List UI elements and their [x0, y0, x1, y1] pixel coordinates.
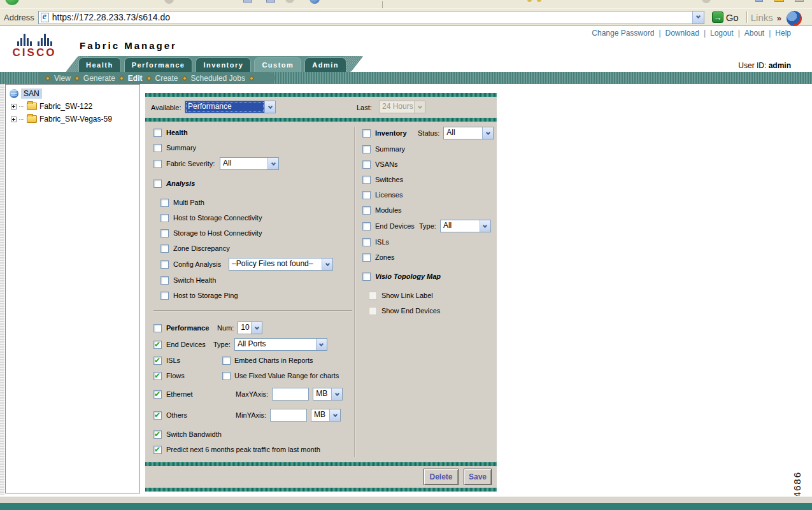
max-y-axis-unit-select[interactable]: MB: [313, 388, 343, 400]
tree-node-fabric-sw-122[interactable]: Fabric_SW-122: [10, 100, 139, 113]
save-button[interactable]: Save: [464, 469, 492, 485]
tree-node-fabric-sw-vegas-59[interactable]: Fabric_SW-Vegas-59: [10, 113, 139, 125]
navigation-tree: SAN Fabric_SW-122 Fabric_SW-Vegas-59: [5, 84, 140, 493]
logout-link[interactable]: Logout: [710, 29, 734, 38]
switch-bandwidth-row: Switch Bandwidth: [153, 428, 222, 441]
max-y-axis-input[interactable]: [272, 388, 309, 400]
tree-root-san[interactable]: SAN: [10, 87, 139, 100]
storage-to-host-label: Storage to Host Connectivity: [173, 229, 262, 237]
switch-health-checkbox[interactable]: [160, 276, 169, 285]
tree-node-label[interactable]: Fabric_SW-122: [39, 102, 92, 111]
address-input[interactable]: https://172.28.233.73/s614.do: [38, 11, 704, 24]
switches-checkbox[interactable]: [362, 176, 371, 184]
inv-end-devices-checkbox[interactable]: [362, 222, 371, 230]
modules-checkbox[interactable]: [362, 206, 371, 215]
available-row: Available: Performance Last: 24 Hours: [145, 97, 497, 118]
config-analysis-checkbox[interactable]: [160, 260, 169, 269]
tab-custom[interactable]: Custom: [254, 57, 301, 72]
health-checkbox[interactable]: [153, 129, 162, 137]
go-button[interactable]: Go: [712, 11, 739, 23]
flows-checkbox[interactable]: [153, 372, 162, 380]
history-button-icon[interactable]: [310, 0, 320, 4]
tab-health[interactable]: Health: [78, 57, 121, 72]
inv-end-devices-type-select[interactable]: All: [440, 220, 491, 232]
address-dropdown-button[interactable]: [692, 11, 704, 24]
fabric-severity-checkbox[interactable]: [153, 160, 162, 168]
search-button-icon[interactable]: [266, 0, 275, 3]
min-y-axis-input[interactable]: [270, 409, 307, 421]
menu-item-scheduled-jobs[interactable]: Scheduled Jobs: [191, 74, 245, 83]
available-select-value: Performance: [185, 101, 264, 113]
help-link[interactable]: Help: [775, 29, 791, 38]
diamond-icon: [75, 75, 80, 80]
menu-item-view[interactable]: View: [54, 74, 71, 83]
fixed-range-checkbox[interactable]: [222, 372, 231, 380]
fullscreen-button-icon[interactable]: [795, 0, 804, 2]
print-button-icon[interactable]: [537, 0, 541, 2]
summary-checkbox[interactable]: [153, 144, 162, 152]
licenses-checkbox[interactable]: [362, 191, 371, 199]
embed-charts-checkbox[interactable]: [222, 357, 231, 365]
stop-button-icon[interactable]: [164, 0, 174, 4]
menu-item-generate[interactable]: Generate: [83, 74, 115, 83]
tab-performance[interactable]: Performance: [124, 57, 193, 72]
delete-button[interactable]: Delete: [424, 469, 459, 485]
links-overflow-chevron-icon[interactable]: »: [777, 13, 781, 23]
min-y-axis-unit-select[interactable]: MB: [311, 409, 341, 421]
inventory-status-select[interactable]: All: [443, 127, 494, 139]
analysis-checkbox[interactable]: [153, 180, 162, 188]
others-checkbox[interactable]: [153, 411, 162, 420]
available-select[interactable]: Performance: [185, 101, 276, 113]
download-link[interactable]: Download: [666, 29, 699, 38]
tab-admin[interactable]: Admin: [304, 57, 346, 72]
performance-checkbox[interactable]: [153, 324, 162, 332]
vsans-checkbox[interactable]: [362, 160, 371, 169]
inventory-checkbox[interactable]: [362, 129, 371, 138]
config-analysis-policy-select[interactable]: –Policy Files not found–: [229, 258, 333, 271]
tab-inventory[interactable]: Inventory: [196, 57, 251, 72]
switch-bandwidth-checkbox[interactable]: [153, 430, 162, 439]
fabric-severity-select[interactable]: All: [220, 157, 279, 170]
tree-node-label[interactable]: Fabric_SW-Vegas-59: [39, 115, 112, 124]
expand-plus-icon[interactable]: [11, 117, 17, 122]
predict-checkbox[interactable]: [153, 446, 162, 454]
end-devices-checkbox[interactable]: [153, 341, 162, 349]
expand-plus-icon[interactable]: [11, 104, 17, 110]
num-select[interactable]: 10: [238, 322, 262, 334]
links-menu[interactable]: Links »: [751, 12, 781, 23]
storage-to-host-checkbox[interactable]: [160, 229, 169, 237]
host-to-storage-checkbox[interactable]: [160, 214, 169, 222]
multi-path-checkbox[interactable]: [160, 199, 169, 207]
ethernet-checkbox[interactable]: [153, 390, 162, 399]
isls-row: ISLs Embed Charts in Reports: [153, 354, 180, 367]
summary-row: Summary: [153, 141, 196, 154]
menu-item-create[interactable]: Create: [155, 74, 178, 83]
end-devices-type-select[interactable]: All Ports: [234, 338, 327, 351]
folder-button-icon[interactable]: [774, 0, 784, 2]
favorites-button-icon[interactable]: [285, 0, 294, 3]
tree-root-label[interactable]: SAN: [21, 89, 42, 99]
ethernet-row: Ethernet MaxYAxis: MB: [153, 388, 193, 400]
home-button-icon[interactable]: [243, 0, 252, 3]
zones-checkbox[interactable]: [362, 253, 371, 262]
host-to-storage-ping-checkbox[interactable]: [160, 292, 169, 300]
about-link[interactable]: About: [744, 29, 764, 38]
visio-topology-map-checkbox[interactable]: [362, 273, 371, 281]
analysis-row: Analysis: [153, 177, 195, 190]
inv-isls-checkbox[interactable]: [362, 238, 371, 246]
change-password-link[interactable]: Change Password: [592, 29, 654, 38]
folder-icon: [27, 103, 37, 110]
menu-item-edit[interactable]: Edit: [128, 74, 143, 83]
mail-button-icon[interactable]: [527, 0, 532, 2]
back-button-icon[interactable]: [5, 0, 19, 5]
vsans-row: VSANs: [362, 158, 397, 171]
browser-brand-icon: [787, 11, 802, 26]
discuss-button-icon[interactable]: [755, 0, 763, 2]
inv-summary-checkbox[interactable]: [362, 145, 371, 153]
ethernet-label: Ethernet: [166, 390, 193, 398]
address-url-text[interactable]: https://172.28.233.73/s614.do: [52, 12, 170, 22]
isls-checkbox[interactable]: [153, 357, 162, 365]
tree-connector: [19, 119, 24, 120]
zone-discrepancy-checkbox[interactable]: [160, 244, 169, 253]
edit-button-icon[interactable]: [702, 0, 711, 3]
